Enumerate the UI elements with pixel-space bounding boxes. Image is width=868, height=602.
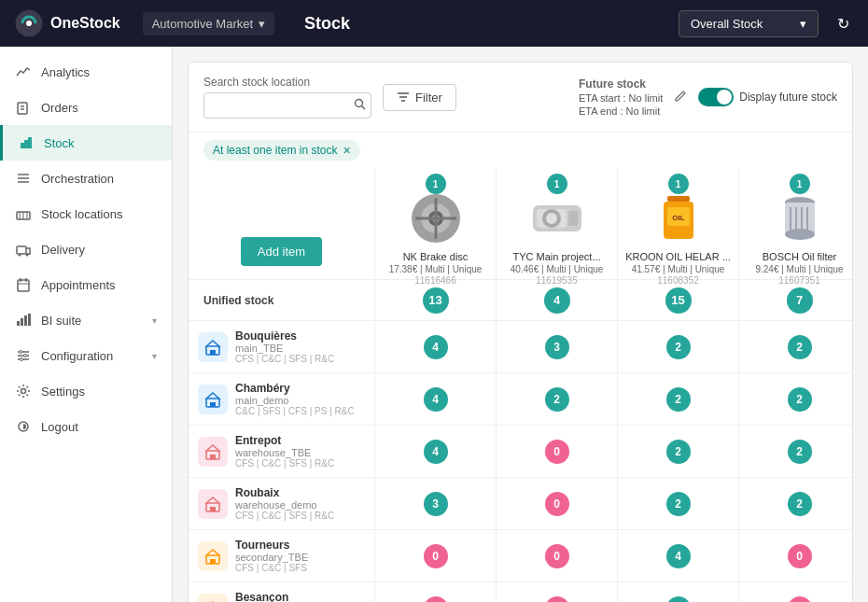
add-item-button[interactable]: Add item (241, 237, 322, 266)
sidebar-item-stock-locations[interactable]: Stock locations (0, 196, 172, 231)
svg-point-1 (26, 21, 32, 26)
chevron-right-icon: ▾ (152, 351, 157, 361)
svg-rect-48 (210, 559, 216, 564)
sidebar-item-stock[interactable]: Stock (0, 125, 172, 161)
location-sub: warehouse_TBE (235, 447, 334, 458)
svg-rect-40 (210, 350, 216, 355)
svg-rect-18 (18, 280, 29, 291)
location-name: Bouquières (235, 329, 334, 343)
display-future-stock-toggle[interactable] (698, 88, 734, 106)
sidebar-item-settings[interactable]: Settings (0, 373, 172, 409)
data-row: 0040 (375, 582, 852, 602)
stock-value-badge: 2 (666, 492, 691, 516)
stock-value-cell: 3 (497, 321, 618, 372)
stock-value-badge: 2 (788, 492, 812, 516)
svg-point-34 (356, 100, 363, 107)
location-tags: CFS | C&C | SFS (235, 563, 308, 573)
sidebar-item-label: Logout (41, 420, 157, 434)
stock-value-badge: 4 (424, 440, 448, 464)
location-text: Entrepot warehouse_TBE CFS | C&C | SFS |… (235, 434, 334, 469)
product-price: 40.46€ | Multi | Unique (511, 263, 604, 275)
filter-tag-remove-button[interactable]: × (343, 144, 350, 157)
svg-rect-42 (210, 402, 216, 407)
product-image (406, 189, 466, 248)
location-column: Add item Unified stock Bouquières main_T… (189, 168, 375, 602)
product-header-col: 1 OIL KROON OIL HELAR ... 41.57€ | Multi… (618, 168, 739, 279)
active-filters: At least one item in stock × (189, 133, 852, 168)
location-avatar (198, 594, 228, 603)
filter-button[interactable]: Filter (383, 84, 456, 111)
stock-locations-icon (15, 205, 32, 222)
chevron-right-icon: ▾ (152, 315, 157, 326)
configuration-icon (15, 347, 32, 364)
market-selector[interactable]: Automotive Market ▾ (143, 12, 274, 35)
products-data-area: 1 NK Brake disc 17.38€ | Multi | Unique … (375, 168, 852, 602)
stock-value-cell: 0 (497, 582, 618, 602)
location-avatar (198, 332, 228, 362)
product-badge: 1 (668, 174, 689, 194)
sidebar-item-logout[interactable]: Logout (0, 409, 172, 444)
svg-rect-2 (18, 103, 27, 114)
bi-suite-icon (15, 312, 32, 329)
svg-rect-7 (28, 137, 32, 148)
sidebar-item-analytics[interactable]: Analytics (0, 54, 172, 90)
location-sub: main_demo (235, 395, 355, 406)
svg-text:OIL: OIL (672, 214, 684, 222)
sidebar-item-bi-suite[interactable]: BI suite ▾ (0, 302, 172, 338)
stock-value-badge: 3 (424, 492, 448, 516)
stock-value-cell: 3 (375, 478, 497, 529)
stock-value-badge: 2 (788, 335, 812, 359)
refresh-button[interactable]: ↻ (833, 11, 853, 36)
svg-rect-24 (24, 315, 27, 326)
sidebar-item-appointments[interactable]: Appointments (0, 267, 172, 302)
sidebar-item-label: BI suite (41, 314, 143, 328)
stock-value-badge: 2 (666, 335, 691, 359)
filter-row: Search stock location Filter Future stoc… (189, 63, 852, 133)
location-tags: CFS | C&C | SFS | R&C (235, 354, 334, 364)
stock-value-badge: 2 (666, 440, 691, 464)
filter-button-label: Filter (415, 91, 442, 105)
stock-value-badge: 0 (545, 596, 569, 603)
stock-value-badge: 2 (788, 440, 812, 464)
location-text: Chambéry main_demo C&C | SFS | CFS | PS … (235, 382, 355, 416)
product-badge: 1 (547, 174, 567, 194)
unified-stock-row: 134157 (375, 280, 852, 321)
search-button[interactable] (354, 98, 366, 113)
product-headers: 1 NK Brake disc 17.38€ | Multi | Unique … (375, 168, 852, 280)
stock-value-badge: 0 (424, 544, 448, 568)
product-area: Add item Unified stock Bouquières main_T… (189, 168, 852, 602)
sidebar-item-delivery[interactable]: Delivery (0, 231, 172, 267)
location-info: Bouquières main_TBE CFS | C&C | SFS | R&… (189, 321, 374, 373)
orders-icon (15, 99, 32, 116)
unified-stock-cell: 4 (497, 280, 618, 320)
sidebar-item-orchestration[interactable]: Orchestration (0, 161, 172, 196)
stock-value-cell: 0 (497, 478, 618, 529)
location-sub: warehouse_demo (235, 499, 334, 511)
stock-value-badge: 0 (788, 544, 812, 568)
svg-rect-22 (17, 321, 20, 326)
stock-value-badge: 0 (545, 440, 569, 464)
stock-value-badge: 0 (424, 596, 448, 603)
stock-selector-dropdown[interactable]: Overall Stock ▾ (679, 10, 819, 37)
svg-rect-44 (210, 455, 216, 459)
stock-value-badge: 0 (545, 492, 569, 516)
product-badge: 1 (790, 174, 810, 194)
chevron-down-icon: ▾ (259, 17, 265, 31)
unified-stock-cell: 15 (618, 280, 739, 320)
sidebar-item-label: Configuration (41, 349, 143, 363)
product-image (527, 189, 587, 248)
svg-point-32 (21, 389, 26, 394)
stock-value-badge: 2 (545, 387, 569, 412)
search-input[interactable] (203, 92, 371, 119)
svg-point-30 (24, 355, 27, 357)
sidebar-item-configuration[interactable]: Configuration ▾ (0, 338, 172, 373)
stock-value-badge: 2 (666, 387, 691, 412)
location-name: Entrepot (235, 434, 334, 447)
eta-start: ETA start : No limit (579, 92, 663, 104)
product-price: 17.38€ | Multi | Unique (389, 263, 483, 275)
edit-eta-button[interactable] (674, 90, 687, 105)
filter-tag: At least one item in stock × (203, 140, 360, 161)
stock-value-badge: 0 (545, 544, 569, 568)
sidebar-item-orders[interactable]: Orders (0, 90, 172, 125)
data-row: 4322 (375, 321, 852, 373)
